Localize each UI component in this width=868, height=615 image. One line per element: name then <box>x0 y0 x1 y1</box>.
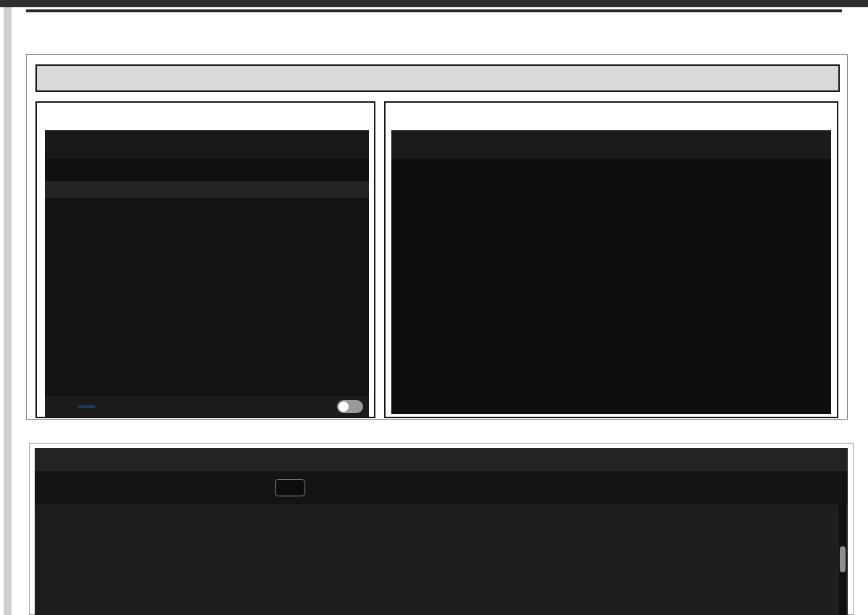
first-page-button[interactable] <box>230 479 247 496</box>
image-viewer-toolbar <box>45 130 369 159</box>
image-viewer-dropdowns <box>45 159 369 181</box>
sed-chart[interactable] <box>391 130 831 414</box>
sky-image-viewer[interactable] <box>45 130 369 417</box>
datasets-panel <box>29 443 854 615</box>
search-region-title <box>37 103 374 127</box>
sky-image[interactable] <box>45 181 369 396</box>
last-page-button[interactable] <box>338 479 355 496</box>
search-region-panel <box>35 101 375 418</box>
image-layer-info <box>45 181 369 198</box>
left-scroll-strip[interactable] <box>4 7 12 615</box>
sed-toolbar <box>391 130 831 159</box>
browser-top-strip <box>0 0 868 7</box>
grid-scrollbar-thumb[interactable] <box>840 546 846 572</box>
next-page-button[interactable] <box>315 479 333 496</box>
tab-bar <box>35 448 848 471</box>
results-panel <box>26 54 848 420</box>
external-link-icon[interactable] <box>51 397 69 416</box>
image-viewer-bottombar <box>45 396 369 417</box>
previous-page-button[interactable] <box>252 479 270 496</box>
application-root <box>0 0 868 615</box>
cone-search-banner <box>35 64 840 92</box>
coordinate-readout-pill[interactable] <box>78 405 95 408</box>
readout-toggle[interactable] <box>337 400 363 413</box>
sed-plot-title <box>386 103 837 127</box>
sed-plot-viewer[interactable] <box>391 130 831 414</box>
page-number-input[interactable] <box>275 479 305 496</box>
table-toolbar <box>35 471 848 504</box>
datasets-panel-body <box>35 448 848 615</box>
sed-plot-panel <box>384 101 838 418</box>
grid-scrollbar[interactable] <box>838 504 846 615</box>
pagination <box>230 479 363 496</box>
object-summary-table <box>26 9 842 12</box>
